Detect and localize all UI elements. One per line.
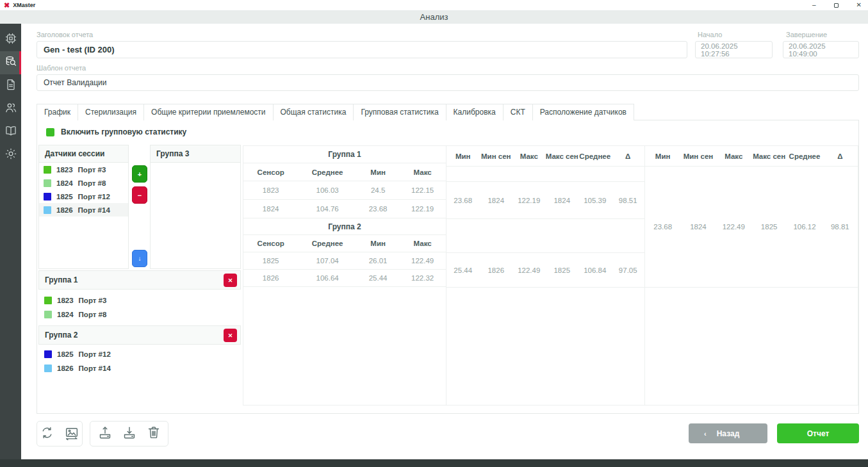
tab-kalibrovka[interactable]: Калибровка [446,104,504,120]
analysis-tabs: График Стерилизация Общие критерии прием… [37,104,859,120]
settings-icon [4,147,17,163]
refresh-icon[interactable] [40,425,54,443]
sensor-list-item[interactable]: 1826 Порт #14 [39,203,128,217]
view-toolbox [37,421,83,447]
minimize-button[interactable]: – [812,2,816,8]
col-header: Макс [512,152,546,160]
move-down-button[interactable]: ↓ [132,250,147,267]
group2-member[interactable]: 1826 Порт #14 [38,361,117,375]
group-statistics-panel: Включить групповую статистику Датчики се… [37,120,859,414]
tab-raspolozhenie-datchikov[interactable]: Расположение датчиков [532,104,634,120]
agg-header-row: Мин Мин сен Макс Макс сен Среднее Δ [645,146,858,167]
xmaster-logo-icon: ✖ [4,2,10,9]
window-controls: – ✕ [812,2,862,8]
sensor-list-item[interactable]: 1825 Порт #12 [39,190,128,203]
sensor-id: 1825 [56,193,73,201]
cell: 25.44 [357,274,399,282]
sidebar-item-library[interactable] [0,120,21,143]
enable-group-stats-label: Включить групповую статистику [61,127,186,136]
cell: 1825 [751,223,787,231]
remove-from-group-button[interactable]: − [132,186,147,204]
session-sensors-title: Датчики сессии [39,145,128,163]
cell: 1824 [546,197,579,204]
sensor-id: 1825 [57,350,74,358]
col-header: Макс сен [751,152,787,160]
start-datetime-field[interactable]: 20.06.2025 10:27:56 [695,41,773,58]
col-header: Мин [446,152,480,160]
window-titlebar: ✖ XMaster – ✕ [0,0,868,10]
sensor-id: 1823 [57,297,74,304]
col-header: Среднее [298,168,357,176]
report-button-label: Отчет [807,429,830,438]
tab-skt[interactable]: СКТ [503,104,533,120]
tab-gruppovaya-statistika[interactable]: Групповая статистика [353,104,446,120]
sensor-color-swatch [44,311,52,318]
delete-group2-button[interactable]: ✕ [224,329,237,342]
table-row: 1824 104.76 23.68 122.19 [243,200,446,218]
sidebar-item-users[interactable] [0,97,21,120]
group1-member[interactable]: 1823 Порт #3 [38,293,112,307]
report-template-label: Шаблон отчета [37,64,86,72]
cell: 1824 [680,223,716,231]
sensor-color-swatch [44,179,51,187]
tab-obshchie-kriterii[interactable]: Общие критерии приемлемости [143,104,273,120]
cell: 122.19 [399,205,446,213]
cell: 107.04 [298,257,357,265]
report-title-label: Заголовок отчета [37,31,93,38]
sensor-port: Порт #3 [79,297,107,304]
cell: 1826 [243,274,298,282]
sensor-port: Порт #14 [79,365,111,372]
delete-group1-button[interactable]: ✕ [224,274,237,287]
cell: 98.51 [612,197,645,204]
report-button[interactable]: Отчет [777,423,859,443]
xmaster-window: ✖ XMaster – ✕ Анализ Заголовок отчета [0,0,868,467]
chevron-left-icon: ‹ [704,430,707,438]
col-header: Макс [399,168,446,176]
report-title-input[interactable]: Gen - test (ID 200) [37,41,687,58]
cell: 122.49 [512,266,546,274]
close-button[interactable]: ✕ [856,2,862,8]
maximize-button[interactable] [834,3,839,8]
import-icon[interactable] [122,425,137,443]
resize-image-icon[interactable] [63,425,79,443]
tab-grafik[interactable]: График [37,104,78,120]
sensor-list-item[interactable]: 1824 Порт #8 [39,176,128,190]
cell: 1824 [480,197,513,204]
trash-icon[interactable] [146,425,161,443]
export-icon[interactable] [97,425,113,443]
sensor-color-swatch [44,166,51,174]
cell: 26.01 [357,257,399,265]
col-header: Макс [399,240,446,247]
sidebar-item-reports[interactable] [0,74,21,97]
enable-group-stats-row: Включить групповую статистику [46,127,186,136]
group1-member[interactable]: 1824 Порт #8 [38,307,112,322]
end-datetime-value: 20.06.2025 10:49:00 [789,42,853,58]
sensor-list-item[interactable]: 1823 Порт #3 [39,163,128,176]
col-header: Мин сен [480,152,513,160]
enable-group-stats-checkbox[interactable] [46,128,54,136]
stats-group-title: Группа 1 [243,150,446,159]
cell: 98.81 [823,223,858,231]
table-row: 1823 106.03 24.5 122.15 [243,181,446,200]
overall-aggregate-row: 23.68 1824 122.49 1825 106.12 98.81 [645,167,858,288]
sidebar-item-devices[interactable] [0,28,21,51]
sidebar-item-settings[interactable] [0,143,21,167]
sidebar-item-analysis[interactable] [0,51,21,74]
sensor-port: Порт #14 [78,206,110,214]
cell: 104.76 [298,205,357,213]
page-title: Анализ [0,10,868,24]
add-to-group-button[interactable]: + [132,165,147,183]
col-header: Мин [357,168,399,176]
cell: 1824 [243,205,298,213]
sensor-id: 1826 [56,206,73,214]
cell: 23.68 [645,223,680,231]
cell: 122.49 [716,223,751,231]
back-button[interactable]: ‹ Назад [689,423,767,443]
tab-sterilizaciya[interactable]: Стерилизация [78,104,144,120]
start-label: Начало [698,31,722,38]
tab-obshchaya-statistika[interactable]: Общая статистика [273,104,354,120]
bottom-statusbar [0,459,868,467]
end-datetime-field[interactable]: 20.06.2025 10:49:00 [783,41,859,58]
report-template-input[interactable]: Отчет Валидации [37,74,859,91]
group2-member[interactable]: 1825 Порт #12 [38,347,117,361]
